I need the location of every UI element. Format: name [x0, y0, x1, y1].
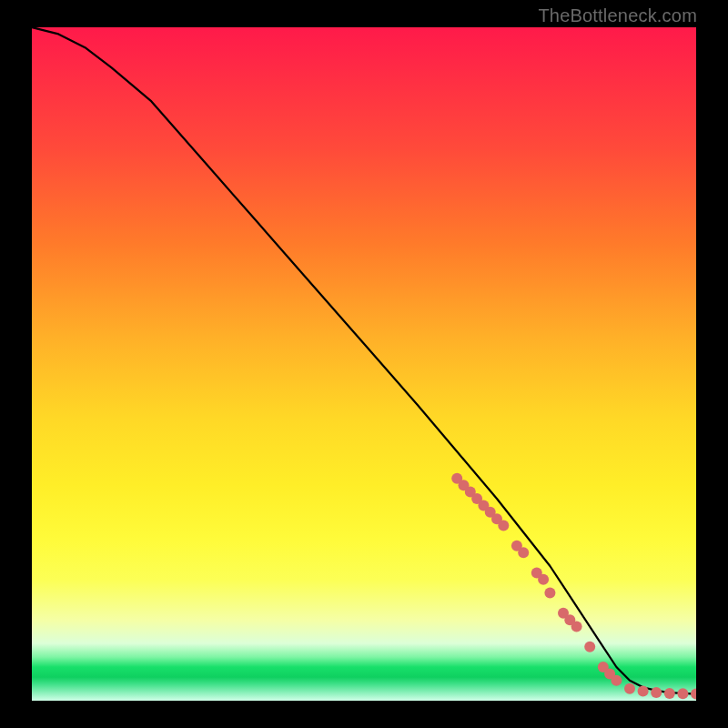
- plot-area: [32, 27, 696, 701]
- chart-frame: TheBottleneck.com: [0, 0, 728, 728]
- highlight-dot: [544, 588, 555, 599]
- highlight-dot: [651, 687, 662, 698]
- highlight-dot: [624, 683, 635, 694]
- bottleneck-curve: [32, 27, 696, 694]
- highlight-dot: [584, 642, 595, 652]
- highlight-dot: [691, 689, 696, 700]
- highlight-dot: [518, 547, 529, 558]
- highlight-dot: [638, 686, 649, 697]
- highlight-dot: [538, 574, 549, 585]
- highlight-dot: [664, 688, 675, 699]
- watermark-text: TheBottleneck.com: [538, 5, 697, 26]
- highlight-dot: [611, 675, 622, 686]
- curve-svg: [32, 27, 696, 701]
- highlight-dot: [677, 688, 688, 699]
- highlight-dot: [498, 521, 509, 531]
- highlight-dots: [451, 473, 696, 700]
- highlight-dot: [571, 622, 582, 632]
